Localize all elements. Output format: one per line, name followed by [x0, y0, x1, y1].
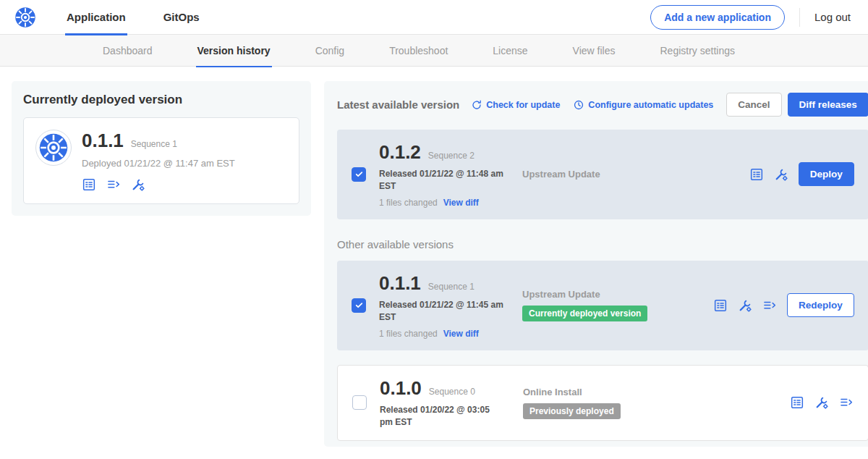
tab-registry-settings[interactable]: Registry settings: [658, 35, 736, 67]
version-info: 0.1.1 Sequence 1 Released 01/21/22 @ 11:…: [379, 272, 516, 339]
deploy-button[interactable]: Deploy: [799, 162, 854, 186]
diff-icon[interactable]: [762, 298, 777, 313]
version-source: Online Install: [523, 387, 673, 397]
sequence-label: Sequence 2: [428, 151, 475, 161]
edit-config-icon[interactable]: [814, 395, 829, 410]
view-diff-link[interactable]: View diff: [443, 198, 479, 208]
cancel-button[interactable]: Cancel: [726, 93, 781, 117]
check-icon: [354, 300, 364, 310]
check-icon: [354, 169, 364, 179]
source-column: Online Install Previously deployed: [517, 387, 673, 419]
files-changed: 1 files changed: [379, 198, 438, 208]
release-notes-icon[interactable]: [713, 298, 728, 313]
version-source: Upstream Update: [522, 289, 672, 300]
tab-view-files-label: View files: [573, 45, 616, 56]
refresh-icon: [471, 99, 482, 111]
app-nav: Application GitOps: [65, 0, 236, 35]
version-number: 0.1.2: [379, 141, 421, 164]
add-new-application-button[interactable]: Add a new application: [650, 5, 785, 30]
tab-license[interactable]: License: [491, 35, 529, 67]
release-notes-icon[interactable]: [82, 177, 96, 192]
deployed-meta: 0.1.1 Sequence 1 Deployed 01/21/22 @ 11:…: [82, 130, 235, 192]
app-subnav: Dashboard Version history Config Trouble…: [0, 35, 868, 67]
version-row-0-1-1: 0.1.1 Sequence 1 Released 01/21/22 @ 11:…: [337, 261, 868, 350]
kubernetes-logo-icon: [14, 7, 36, 28]
release-notes-icon[interactable]: [749, 167, 764, 182]
deployed-timestamp: Deployed 01/21/22 @ 11:47 am EST: [82, 158, 235, 169]
currently-deployed-badge: Currently deployed version: [522, 306, 647, 321]
tab-dashboard[interactable]: Dashboard: [101, 35, 154, 67]
panel-actions: Cancel Diff releases: [726, 93, 868, 117]
previously-deployed-badge: Previously deployed: [523, 403, 621, 419]
source-column: Upstream Update Currently deployed versi…: [516, 289, 672, 321]
navbar-divider: [799, 8, 800, 27]
version-info: 0.1.2 Sequence 2 Released 01/21/22 @ 11:…: [379, 141, 516, 208]
configure-automatic-updates-link[interactable]: Configure automatic updates: [573, 99, 713, 111]
clock-icon: [573, 99, 584, 111]
version-checkbox[interactable]: [352, 167, 366, 182]
tab-gitops[interactable]: GitOps: [162, 0, 201, 35]
version-row-latest: 0.1.2 Sequence 2 Released 01/21/22 @ 11:…: [337, 130, 868, 219]
released-timestamp: Released 01/20/22 @ 03:05 pm EST: [380, 404, 504, 429]
version-info: 0.1.0 Sequence 0 Released 01/20/22 @ 03:…: [380, 377, 517, 429]
version-number: 0.1.0: [380, 377, 422, 400]
tab-dashboard-label: Dashboard: [103, 45, 153, 56]
row-actions: [790, 395, 854, 410]
tab-troubleshoot[interactable]: Troubleshoot: [388, 35, 449, 67]
diff-releases-button[interactable]: Diff releases: [788, 93, 868, 117]
tab-config-label: Config: [315, 45, 344, 56]
version-row-0-1-0: 0.1.0 Sequence 0 Released 01/20/22 @ 03:…: [337, 365, 868, 442]
tab-application[interactable]: Application: [65, 0, 127, 35]
tab-application-label: Application: [67, 11, 126, 23]
version-checkbox[interactable]: [352, 298, 366, 313]
edit-config-icon[interactable]: [131, 177, 145, 192]
diff-icon[interactable]: [106, 177, 121, 192]
version-history-panel: Latest available version Check for updat…: [324, 81, 868, 447]
latest-available-heading: Latest available version: [337, 98, 459, 111]
tab-version-history-label: Version history: [197, 45, 271, 56]
release-notes-icon[interactable]: [790, 395, 804, 410]
edit-config-icon[interactable]: [774, 167, 788, 182]
tab-config[interactable]: Config: [314, 35, 346, 67]
row-actions: Redeploy: [713, 293, 854, 317]
view-diff-link[interactable]: View diff: [443, 329, 479, 339]
version-number: 0.1.1: [379, 272, 421, 295]
top-navbar: Application GitOps Add a new application…: [0, 0, 868, 35]
released-timestamp: Released 01/21/22 @ 11:48 am EST: [379, 168, 503, 193]
deployed-sequence: Sequence 1: [131, 139, 177, 149]
deployed-icon-row: [82, 177, 235, 192]
app-logo-icon: [35, 130, 72, 166]
navbar-right: Add a new application Log out: [650, 5, 851, 30]
row-actions: Deploy: [749, 162, 854, 186]
tab-license-label: License: [493, 45, 527, 56]
edit-config-icon[interactable]: [738, 298, 752, 313]
panel-header: Latest available version Check for updat…: [337, 93, 868, 117]
tab-version-history[interactable]: Version history: [196, 35, 272, 67]
version-source: Upstream Update: [522, 169, 672, 180]
check-for-update-label: Check for update: [486, 100, 560, 110]
deployed-version-card: 0.1.1 Sequence 1 Deployed 01/21/22 @ 11:…: [23, 117, 299, 204]
configure-automatic-updates-label: Configure automatic updates: [588, 100, 713, 110]
deployed-heading: Currently deployed version: [23, 93, 299, 107]
check-for-update-link[interactable]: Check for update: [471, 99, 560, 111]
version-checkbox[interactable]: [352, 395, 367, 410]
tab-view-files[interactable]: View files: [571, 35, 617, 67]
main-content: Currently deployed version 0.1.1 Sequenc…: [0, 67, 868, 458]
deployed-column: Currently deployed version 0.1.1 Sequenc…: [12, 81, 311, 216]
tab-gitops-label: GitOps: [163, 11, 200, 23]
source-column: Upstream Update: [516, 169, 672, 180]
tab-registry-settings-label: Registry settings: [660, 45, 734, 56]
redeploy-button[interactable]: Redeploy: [787, 293, 854, 317]
currently-deployed-card: Currently deployed version 0.1.1 Sequenc…: [12, 81, 311, 216]
logout-link[interactable]: Log out: [814, 11, 851, 23]
files-changed: 1 files changed: [379, 329, 438, 339]
diff-icon[interactable]: [839, 395, 854, 410]
other-versions-heading: Other available versions: [337, 238, 868, 250]
tab-troubleshoot-label: Troubleshoot: [389, 45, 448, 56]
sequence-label: Sequence 0: [429, 387, 475, 397]
sequence-label: Sequence 1: [428, 282, 475, 292]
deployed-version-number: 0.1.1: [82, 130, 124, 152]
released-timestamp: Released 01/21/22 @ 11:45 am EST: [379, 299, 503, 324]
